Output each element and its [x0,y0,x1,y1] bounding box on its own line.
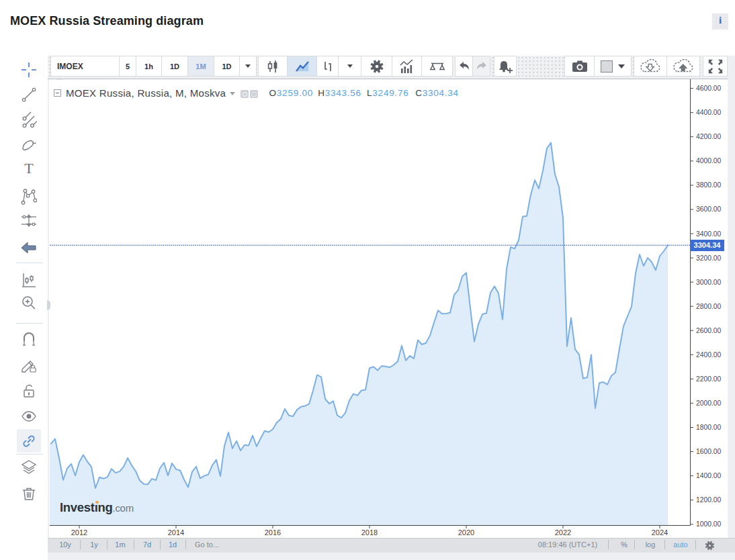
svg-text:3800.00: 3800.00 [696,181,721,189]
svg-text:2800.00: 2800.00 [696,303,721,310]
svg-text:2024: 2024 [652,528,668,536]
svg-text:3400.00: 3400.00 [696,230,721,238]
svg-text:4000.00: 4000.00 [696,157,721,165]
svg-text:1800.00: 1800.00 [696,424,721,431]
svg-text:2600.00: 2600.00 [696,327,721,334]
svg-text:2022: 2022 [555,528,571,536]
svg-text:1200.00: 1200.00 [696,496,721,504]
svg-text:4600.00: 4600.00 [696,85,721,92]
svg-text:1600.00: 1600.00 [696,448,721,455]
svg-text:4400.00: 4400.00 [696,109,721,116]
svg-text:2014: 2014 [168,528,184,536]
svg-text:2200.00: 2200.00 [696,375,721,383]
svg-text:2020: 2020 [458,528,474,536]
svg-text:2018: 2018 [361,528,378,536]
svg-text:2016: 2016 [265,528,281,536]
svg-text:3000.00: 3000.00 [696,279,721,286]
svg-text:2000.00: 2000.00 [696,400,721,407]
svg-text:3600.00: 3600.00 [696,205,721,213]
svg-text:3200.00: 3200.00 [696,254,721,262]
svg-text:2012: 2012 [71,528,87,536]
svg-text:4200.00: 4200.00 [696,133,721,140]
svg-text:2400.00: 2400.00 [696,351,721,359]
svg-text:1400.00: 1400.00 [696,472,721,479]
